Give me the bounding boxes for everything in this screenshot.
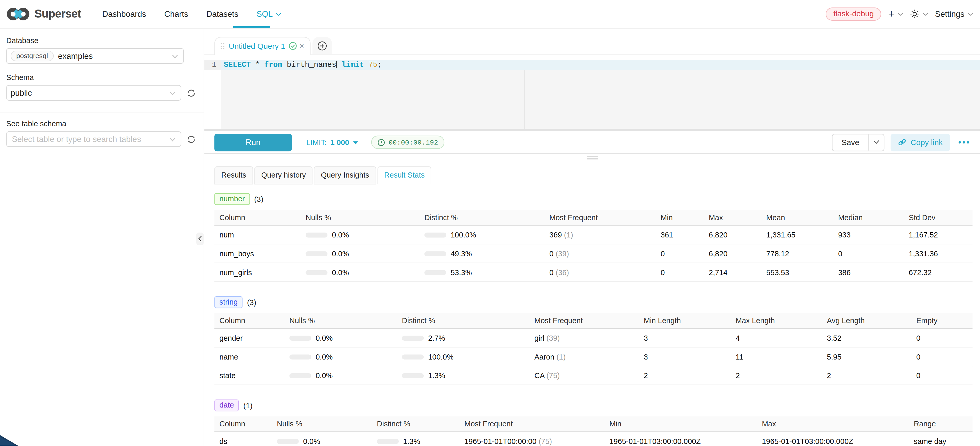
table-select[interactable]: Select table or type to search tables xyxy=(6,131,181,147)
percent-bar xyxy=(305,270,328,275)
code-token: SELECT xyxy=(224,61,251,69)
refresh-tables-button[interactable] xyxy=(187,135,196,143)
column-count: (1) xyxy=(243,401,253,410)
timer-value: 00:00:00.192 xyxy=(388,139,438,146)
header-column: Column xyxy=(215,213,301,222)
cell-column-name: name xyxy=(215,352,284,361)
header-min: Min xyxy=(655,213,704,222)
navbar: Superset DashboardsChartsDatasetsSQL fla… xyxy=(0,0,980,29)
new-item-menu[interactable]: + xyxy=(888,9,903,19)
refresh-icon xyxy=(187,89,196,97)
most-frequent-value: Aaron xyxy=(535,352,555,361)
database-label: Database xyxy=(6,36,197,45)
table-row: ds0.0%1.3%1965-01-01T00:00:00 (75)1965-0… xyxy=(215,432,972,446)
code-token: 75 xyxy=(369,61,377,69)
query-timer: 00:00:00.192 xyxy=(371,136,444,149)
sql-code-line[interactable]: SELECT * from birth_names limit 75; xyxy=(221,60,980,70)
chevron-left-icon xyxy=(198,236,202,242)
cell-value: 1965-01-01T03:00:00.000Z xyxy=(757,437,909,446)
link-icon xyxy=(898,138,906,146)
cell-value: 5.95 xyxy=(822,352,911,361)
sql-code-editor[interactable]: 1 SELECT * from birth_names limit 75; xyxy=(204,55,980,129)
tab-result-stats[interactable]: Result Stats xyxy=(377,166,431,184)
column-nulls: 0.0% xyxy=(284,371,397,380)
drag-handle-icon[interactable] xyxy=(221,43,224,49)
table-schema-label: See table schema xyxy=(6,119,197,128)
nav-item-charts[interactable]: Charts xyxy=(158,9,194,19)
cell-column-name: gender xyxy=(215,333,284,342)
copy-link-button[interactable]: Copy link xyxy=(891,134,950,151)
chevron-down-icon xyxy=(873,140,879,145)
more-actions-button[interactable]: ••• xyxy=(956,138,972,147)
query-tab-title: Untitled Query 1 xyxy=(229,41,285,50)
cell-most-frequent: 1965-01-01T00:00:00 (75) xyxy=(459,437,604,446)
column-nulls: 0.0% xyxy=(301,249,419,258)
copy-link-label: Copy link xyxy=(911,138,943,147)
column-distinct: 2.7% xyxy=(397,333,530,342)
nav-item-sql[interactable]: SQL xyxy=(250,9,288,19)
query-tab[interactable]: Untitled Query 1 ✕ xyxy=(215,37,311,55)
superset-logo[interactable]: Superset xyxy=(7,7,81,21)
stats-section-date: date(1)ColumnNulls %Distinct %Most Frequ… xyxy=(215,400,972,446)
percent-label: 2.7% xyxy=(428,333,445,342)
table-header-row: ColumnNulls %Distinct %Most FrequentMinM… xyxy=(215,416,972,432)
drag-resize-handle-icon[interactable] xyxy=(587,155,598,161)
header-distinct-: Distinct % xyxy=(372,419,459,428)
code-token xyxy=(364,61,368,69)
check-circle-icon xyxy=(289,42,297,50)
settings-menu[interactable]: Settings xyxy=(935,9,973,19)
most-frequent-count: (1) xyxy=(562,231,573,239)
nav-item-datasets[interactable]: Datasets xyxy=(200,9,245,19)
schema-select[interactable]: public xyxy=(6,85,181,101)
new-query-tab-button[interactable] xyxy=(312,37,332,54)
percent-bar xyxy=(289,354,311,359)
close-tab-icon[interactable]: ✕ xyxy=(299,43,304,49)
cell-value: 3.52 xyxy=(822,333,911,342)
header-std-dev: Std Dev xyxy=(904,213,972,222)
cell-value: 4 xyxy=(731,333,822,342)
query-tabbar: Untitled Query 1 ✕ xyxy=(204,29,980,55)
header-mean: Mean xyxy=(761,213,833,222)
most-frequent-count: (1) xyxy=(555,352,566,361)
percent-label: 0.0% xyxy=(332,231,349,239)
header-distinct-: Distinct % xyxy=(419,213,544,222)
nav-item-label: Datasets xyxy=(206,9,238,19)
percent-bar xyxy=(277,438,299,443)
save-options-button[interactable] xyxy=(868,134,884,150)
limit-dropdown[interactable]: LIMIT: 1 000 xyxy=(306,138,358,147)
header-max-length: Max Length xyxy=(731,317,822,325)
header-most-frequent: Most Frequent xyxy=(544,213,655,222)
header-nulls-: Nulls % xyxy=(272,419,372,428)
nav-item-dashboards[interactable]: Dashboards xyxy=(96,9,152,19)
database-select[interactable]: postgresql examples xyxy=(6,48,184,64)
tab-results[interactable]: Results xyxy=(215,166,253,184)
code-token: from xyxy=(264,61,282,69)
header-median: Median xyxy=(833,213,904,222)
code-token: * xyxy=(251,61,264,69)
header-max: Max xyxy=(757,419,909,428)
result-stats-panel: number(3)ColumnNulls %Distinct %Most Fre… xyxy=(204,185,980,446)
refresh-schemas-button[interactable] xyxy=(187,89,196,97)
header-nulls-: Nulls % xyxy=(301,213,419,222)
column-distinct: 49.3% xyxy=(419,249,544,258)
cell-most-frequent: 0 (39) xyxy=(544,249,655,258)
theme-menu[interactable] xyxy=(910,9,928,19)
chevron-down-icon xyxy=(169,138,175,142)
pane-resize-strip[interactable] xyxy=(204,154,980,161)
cell-value: 2 xyxy=(731,371,822,380)
tab-query-history[interactable]: Query history xyxy=(255,166,313,184)
percent-bar xyxy=(425,232,446,237)
cell-value: 6,820 xyxy=(704,231,761,239)
collapse-sidebar-button[interactable] xyxy=(196,233,204,245)
editor-background[interactable] xyxy=(221,70,980,129)
percent-bar xyxy=(377,438,399,443)
table-row: num_girls0.0%53.3%0 (36)02,714553.533866… xyxy=(215,263,972,282)
cell-column-name: num_boys xyxy=(215,249,301,258)
plus-circle-icon xyxy=(317,41,327,50)
tab-query-insights[interactable]: Query Insights xyxy=(314,166,376,184)
run-button[interactable]: Run xyxy=(215,134,292,151)
header-most-frequent: Most Frequent xyxy=(459,419,604,428)
save-button[interactable]: Save xyxy=(833,134,868,150)
percent-label: 0.0% xyxy=(316,371,332,380)
percent-label: 100.0% xyxy=(450,231,476,239)
